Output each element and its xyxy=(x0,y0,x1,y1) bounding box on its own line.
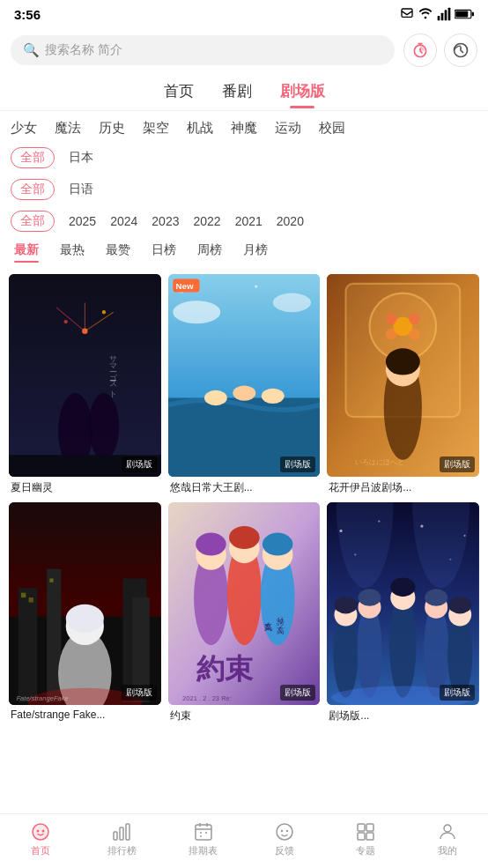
language-all-tag[interactable]: 全部 xyxy=(11,179,55,200)
category-fantasy[interactable]: 架空 xyxy=(143,120,169,137)
region-all-tag[interactable]: 全部 xyxy=(11,147,55,168)
bottom-nav-mine-label: 我的 xyxy=(438,844,457,857)
anime-grid: サマーゴースト 剧场版 夏日幽灵 xyxy=(0,267,488,731)
anime-title-5: 约束 xyxy=(168,708,321,723)
category-magic[interactable]: 魔法 xyxy=(55,120,81,137)
year-2025-option[interactable]: 2025 xyxy=(69,214,96,228)
year-2024-option[interactable]: 2024 xyxy=(110,214,137,228)
language-japanese-option[interactable]: 日语 xyxy=(69,182,93,197)
svg-point-28 xyxy=(261,389,284,404)
bottom-nav: 首页 排行榜 排期表 反馈 xyxy=(0,813,488,868)
bottom-nav-home-label: 首页 xyxy=(31,844,50,857)
category-sports[interactable]: 运动 xyxy=(275,120,301,137)
svg-point-19 xyxy=(89,393,120,460)
anime-card-6[interactable]: 剧场版 剧场版... xyxy=(327,502,479,723)
bottom-nav-home[interactable]: 首页 xyxy=(0,821,81,857)
svg-point-95 xyxy=(464,535,466,537)
anime-badge-3: 剧场版 xyxy=(440,456,475,472)
svg-rect-51 xyxy=(21,593,26,597)
sort-newest[interactable]: 最新 xyxy=(14,242,39,262)
bottom-nav-feedback-label: 反馈 xyxy=(275,844,294,857)
sort-row: 最新 最热 最赞 日榜 周榜 月榜 xyxy=(0,237,488,267)
anime-title-1: 夏日幽灵 xyxy=(9,480,161,495)
anime-badge-1: 剧场版 xyxy=(122,456,157,472)
bottom-nav-schedule[interactable]: 排期表 xyxy=(163,821,244,857)
sort-weekly[interactable]: 周榜 xyxy=(197,242,222,262)
notification-icon xyxy=(400,7,414,21)
bottom-nav-feedback[interactable]: 反馈 xyxy=(244,821,325,857)
sort-best[interactable]: 最赞 xyxy=(106,242,130,262)
category-scroll: 少女 魔法 历史 架空 机战 神魔 运动 校园 xyxy=(0,111,488,142)
svg-point-97 xyxy=(450,559,452,560)
anime-card-1[interactable]: サマーゴースト 剧场版 夏日幽灵 xyxy=(9,274,161,495)
svg-text:約束: 約束 xyxy=(196,653,254,685)
bottom-nav-topics[interactable]: 专题 xyxy=(325,821,406,857)
anime-title-3: 花开伊吕波剧场... xyxy=(327,480,479,495)
anime-card-3[interactable]: いろはにほへと 剧场版 花开伊吕波剧场... xyxy=(327,274,479,495)
topics-nav-icon xyxy=(355,821,376,842)
svg-point-96 xyxy=(355,554,357,556)
anime-thumb-3: いろはにほへと 剧场版 xyxy=(327,274,479,477)
sort-hottest[interactable]: 最热 xyxy=(60,242,85,262)
svg-text:Fate/strangeFake: Fate/strangeFake xyxy=(17,694,69,702)
bottom-nav-ranking-label: 排行榜 xyxy=(107,844,137,857)
battery-icon xyxy=(455,8,474,20)
svg-point-14 xyxy=(64,320,68,323)
tab-theater[interactable]: 剧场版 xyxy=(280,81,325,107)
search-input-wrap[interactable]: 🔍 搜索名称 简介 xyxy=(11,35,395,65)
timer-button[interactable] xyxy=(403,33,437,67)
bottom-nav-mine[interactable]: 我的 xyxy=(407,821,488,857)
svg-point-62 xyxy=(196,533,226,556)
anime-card-5[interactable]: 気高く 誇り高く 約束 2021 . 2 . 23 Re: 剧场版 约束 xyxy=(168,502,321,723)
svg-point-107 xyxy=(281,830,283,832)
svg-point-101 xyxy=(42,830,45,833)
sort-monthly[interactable]: 月榜 xyxy=(243,242,268,262)
svg-point-13 xyxy=(102,310,106,314)
category-shenmo[interactable]: 神魔 xyxy=(231,120,257,137)
svg-point-39 xyxy=(386,329,397,340)
bottom-nav-ranking[interactable]: 排行榜 xyxy=(81,821,162,857)
timer-icon xyxy=(411,41,429,59)
signal-icon xyxy=(437,7,451,21)
svg-rect-112 xyxy=(366,833,373,840)
svg-point-56 xyxy=(66,605,104,633)
tab-home[interactable]: 首页 xyxy=(164,81,194,107)
svg-rect-47 xyxy=(18,588,38,702)
year-2021-option[interactable]: 2021 xyxy=(235,214,262,228)
svg-rect-7 xyxy=(472,12,474,17)
anime-thumb-1: サマーゴースト 剧场版 xyxy=(9,274,161,477)
svg-text:★: ★ xyxy=(254,283,258,289)
svg-rect-105 xyxy=(196,825,211,840)
svg-point-113 xyxy=(444,825,451,832)
year-all-tag[interactable]: 全部 xyxy=(11,211,55,232)
anime-card-2[interactable]: ★ ★ New 剧场版 悠哉日常大王剧... xyxy=(168,274,321,495)
svg-rect-110 xyxy=(366,824,373,831)
sort-daily[interactable]: 日榜 xyxy=(152,242,176,262)
category-shoujo[interactable]: 少女 xyxy=(11,120,37,137)
category-mecha[interactable]: 机战 xyxy=(187,120,213,137)
language-filter-row: 全部 日语 xyxy=(0,174,488,205)
wifi-icon xyxy=(418,7,433,21)
anime-thumb-4: Fate/strangeFake 剧场版 xyxy=(9,502,161,705)
ranking-nav-icon xyxy=(111,821,132,842)
year-2020-option[interactable]: 2020 xyxy=(277,214,304,228)
year-filter-row: 全部 2025 2024 2023 2022 2021 2020 xyxy=(0,205,488,237)
region-japan-option[interactable]: 日本 xyxy=(69,150,93,166)
anime-thumb-2: ★ ★ New 剧场版 xyxy=(168,274,321,477)
svg-point-84 xyxy=(391,578,416,597)
bottom-nav-topics-label: 专题 xyxy=(356,844,375,857)
history-button[interactable] xyxy=(444,33,477,67)
svg-rect-8 xyxy=(455,11,468,17)
year-2022-option[interactable]: 2022 xyxy=(193,214,220,228)
anime-card-4[interactable]: Fate/strangeFake 剧场版 Fate/strange Fake..… xyxy=(9,502,161,723)
status-icons xyxy=(400,7,474,21)
search-actions xyxy=(403,33,477,67)
svg-point-78 xyxy=(335,597,358,613)
category-school[interactable]: 校园 xyxy=(319,120,345,137)
svg-text:2021 . 2 . 23 Re:: 2021 . 2 . 23 Re: xyxy=(182,694,232,702)
year-2023-option[interactable]: 2023 xyxy=(152,214,179,228)
anime-title-2: 悠哉日常大王剧... xyxy=(168,480,321,495)
category-history[interactable]: 历史 xyxy=(99,120,125,137)
bottom-nav-schedule-label: 排期表 xyxy=(189,844,218,857)
tab-series[interactable]: 番剧 xyxy=(222,81,252,107)
